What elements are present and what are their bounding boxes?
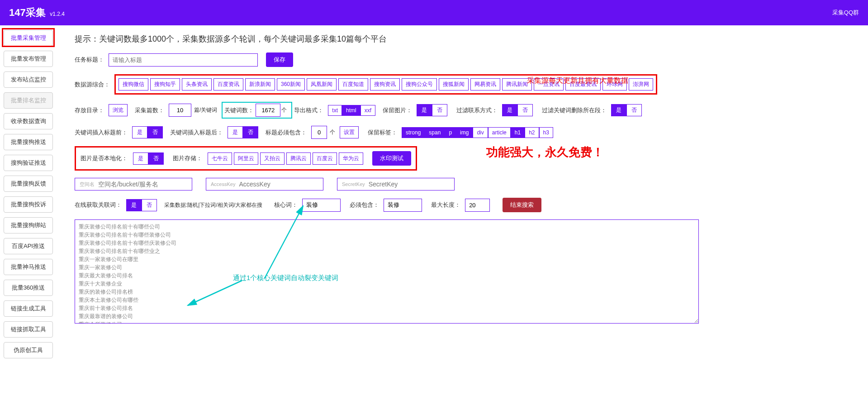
insert-after-no[interactable]: 否 (243, 126, 258, 138)
insert-after-yes[interactable]: 是 (228, 126, 243, 138)
source-7[interactable]: 百度知道 (338, 78, 368, 90)
sk-prefix: SecretKey (342, 181, 365, 187)
accesskey-input[interactable] (239, 181, 318, 188)
sidebar-item-link-gen[interactable]: 链接生成工具 (4, 300, 53, 317)
tag-h1[interactable]: h1 (511, 127, 525, 138)
sidebar-item-collect-mgmt[interactable]: 批量采集管理 (4, 30, 53, 46)
tag-strong[interactable]: strong (402, 127, 425, 138)
task-title-label: 任务标题： (75, 56, 104, 64)
count-input[interactable] (169, 104, 191, 117)
source-8[interactable]: 搜狗资讯 (370, 78, 400, 90)
main-panel: 提示：关键词数最多1000个，采集数据源多个轮训，每个关键词最多采集10篇每个平… (57, 25, 868, 367)
count-unit: 篇/关键词 (194, 106, 217, 114)
keep-img-yes[interactable]: 是 (417, 104, 432, 116)
sidebar-item-pseudo-orig[interactable]: 伪原创工具 (4, 342, 53, 358)
secretkey-input[interactable] (369, 181, 450, 188)
settings-button[interactable]: 设置 (340, 126, 359, 138)
sidebar-item-site-monitor[interactable]: 发布站点监控 (4, 71, 53, 88)
tag-h2[interactable]: h2 (525, 127, 539, 138)
source-6[interactable]: 凤凰新闻 (307, 78, 337, 90)
sidebar-item-sogou-feedback[interactable]: 批量搜狗反馈 (4, 176, 53, 192)
contact-label: 过滤联系方式： (456, 106, 498, 114)
online-yes[interactable]: 是 (126, 199, 142, 211)
tag-article[interactable]: article (488, 127, 511, 138)
online-must-input[interactable] (384, 199, 422, 212)
online-no[interactable]: 否 (142, 199, 157, 211)
insert-before-yes[interactable]: 是 (132, 126, 147, 138)
results-textarea[interactable] (75, 219, 699, 324)
browse-button[interactable]: 浏览 (109, 104, 128, 116)
online-label: 在线获取关联词： (75, 201, 122, 209)
must-contain-input[interactable] (311, 126, 327, 139)
source-4[interactable]: 新浪新闻 (245, 78, 275, 90)
fmt-txt[interactable]: txt (328, 105, 342, 116)
img-local-label: 图片是否本地化： (81, 154, 128, 162)
tag-h3[interactable]: h3 (539, 127, 553, 138)
source-9[interactable]: 搜狗公众号 (402, 78, 437, 90)
app-version: v1.2.4 (50, 11, 65, 17)
sidebar: 批量采集管理 批量发布管理 发布站点监控 批量排名监控 收录数据查询 批量搜狗推… (0, 25, 57, 367)
sidebar-item-index-query[interactable]: 收录数据查询 (4, 113, 53, 129)
annotation-power: 功能强大，永久免费！ (486, 144, 604, 160)
provider-1[interactable]: 阿里云 (234, 152, 258, 165)
must-unit: 个 (330, 129, 335, 136)
source-16[interactable]: 澎湃网 (629, 78, 653, 90)
source-1[interactable]: 搜狗知乎 (150, 78, 180, 90)
filter-kw-label: 过滤关键词删除所在段： (542, 106, 607, 114)
insert-before-no[interactable]: 否 (147, 126, 163, 138)
space-prefix: 空间名 (80, 181, 95, 188)
sidebar-item-sogou-complaint[interactable]: 批量搜狗投诉 (4, 196, 53, 213)
space-input[interactable] (98, 181, 187, 188)
keep-img-no[interactable]: 否 (432, 104, 447, 116)
source-3[interactable]: 百度资讯 (213, 78, 243, 90)
end-search-button[interactable]: 结束搜索 (503, 198, 541, 212)
qq-group-link[interactable]: 采集QQ群 (832, 9, 859, 17)
app-brand: 147采集 (9, 7, 46, 18)
source-5[interactable]: 360新闻 (277, 78, 305, 90)
save-button[interactable]: 保存 (266, 52, 293, 67)
sidebar-item-sogou-bind[interactable]: 批量搜狗绑站 (4, 217, 53, 233)
source-11[interactable]: 网易资讯 (470, 78, 500, 90)
filter-kw-yes[interactable]: 是 (611, 104, 626, 116)
sidebar-item-sogou-verify[interactable]: 搜狗验证推送 (4, 155, 53, 171)
core-input[interactable] (302, 199, 341, 212)
filter-contact-no[interactable]: 否 (517, 104, 533, 116)
tag-p[interactable]: p (445, 127, 456, 138)
provider-4[interactable]: 百度云 (313, 152, 337, 165)
fmt-xxf[interactable]: xxf (360, 105, 375, 116)
task-title-input[interactable] (109, 53, 258, 67)
filter-kw-no[interactable]: 否 (626, 104, 642, 116)
max-len-input[interactable] (465, 199, 490, 212)
tag-div[interactable]: div (473, 127, 488, 138)
provider-5[interactable]: 华为云 (339, 152, 363, 165)
sidebar-item-shenma-push[interactable]: 批量神马推送 (4, 259, 53, 275)
provider-0[interactable]: 七牛云 (208, 152, 232, 165)
fmt-html[interactable]: html (342, 105, 360, 116)
source-0[interactable]: 搜狗微信 (119, 78, 148, 90)
must-contain-label: 标题必须包含： (266, 129, 307, 137)
provider-2[interactable]: 又拍云 (260, 152, 285, 165)
tag-img[interactable]: img (456, 127, 473, 138)
sidebar-item-publish-mgmt[interactable]: 批量发布管理 (4, 51, 53, 67)
provider-3[interactable]: 腾讯云 (286, 152, 311, 165)
secretkey-input-group: SecretKey (337, 178, 455, 190)
source-2[interactable]: 头条资讯 (182, 78, 212, 90)
insert-before-label: 关键词插入标题前： (75, 129, 128, 137)
source-10[interactable]: 搜狐新闻 (439, 78, 469, 90)
sidebar-item-360-push[interactable]: 批量360推送 (4, 280, 53, 296)
sidebar-item-sogou-push[interactable]: 批量搜狗推送 (4, 134, 53, 150)
count-label: 采集篇数： (135, 106, 164, 114)
kw-count-label: 关键词数： (224, 106, 254, 114)
sidebar-item-baidu-api[interactable]: 百度API推送 (4, 238, 53, 254)
max-len-label: 最大长度： (431, 201, 460, 209)
img-local-yes[interactable]: 是 (133, 152, 148, 165)
filter-contact-yes[interactable]: 是 (502, 104, 517, 116)
app-header: 147采集 v1.2.4 采集QQ群 (0, 0, 868, 25)
watermark-button[interactable]: 水印测试 (372, 151, 411, 166)
sidebar-item-rank-monitor[interactable]: 批量排名监控 (4, 92, 53, 109)
kw-count-input[interactable] (256, 104, 280, 117)
img-local-no[interactable]: 否 (148, 152, 164, 165)
annotation-sources: 采集源每天更新且拥有大量数据 (527, 76, 628, 86)
tag-span[interactable]: span (425, 127, 445, 138)
sidebar-item-link-crawl[interactable]: 链接抓取工具 (4, 321, 53, 338)
